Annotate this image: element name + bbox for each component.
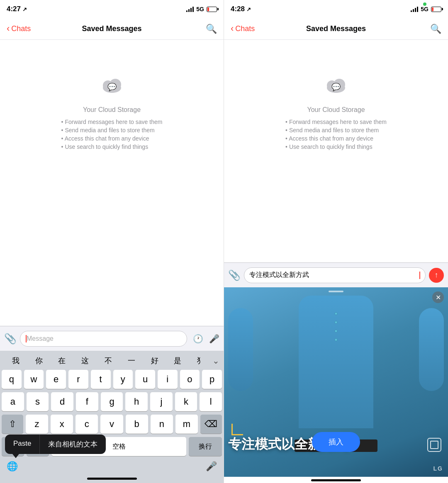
right-ocr-close-button[interactable]: ✕	[432, 291, 444, 303]
left-status-right: 5G	[186, 6, 217, 12]
context-menu-camera-text[interactable]: 来自相机的文本	[40, 434, 106, 454]
key-s[interactable]: s	[27, 392, 49, 411]
left-clock-icon[interactable]: 🕐	[193, 334, 203, 344]
right-5g-label: 5G	[421, 6, 429, 12]
left-home-bar	[87, 478, 137, 480]
right-scan-icon-inner	[430, 441, 438, 449]
left-keyboard-mic-icon[interactable]: 🎤	[206, 461, 217, 472]
key-p[interactable]: p	[202, 370, 222, 389]
right-cloud-icon-wrap: 💬	[324, 73, 348, 100]
key-return[interactable]: 换行	[189, 437, 222, 456]
key-t[interactable]: t	[91, 370, 111, 389]
right-nav-bar: ‹ Chats Saved Messages 🔍	[224, 18, 448, 40]
left-mic-icon[interactable]: 🎤	[209, 334, 219, 344]
right-home-bar	[311, 479, 361, 481]
left-bullet-4: Use search to quickly find things	[61, 143, 163, 150]
right-input-cursor	[419, 272, 420, 279]
key-o[interactable]: o	[180, 370, 200, 389]
key-shift[interactable]: ⇧	[2, 415, 23, 434]
key-z[interactable]: z	[26, 415, 48, 434]
key-v[interactable]: v	[100, 415, 123, 434]
key-l[interactable]: l	[200, 392, 222, 411]
left-back-button[interactable]: ‹ Chats	[7, 24, 31, 33]
key-b[interactable]: b	[126, 415, 148, 434]
left-location-arrow: ↗	[22, 6, 27, 12]
left-zh-8[interactable]: 犭	[189, 354, 212, 367]
left-back-label: Chats	[11, 24, 31, 33]
key-j[interactable]: j	[150, 392, 173, 411]
right-status-bar: 4:28 ↗ 5G	[224, 0, 448, 18]
right-signal-bars	[411, 6, 418, 12]
left-bullet-2: Send media and files to store them	[61, 127, 163, 133]
key-y[interactable]: y	[113, 370, 133, 389]
key-q[interactable]: q	[2, 370, 22, 389]
key-n[interactable]: n	[151, 415, 173, 434]
left-message-bar: 📎 Message 🕐 🎤	[0, 326, 224, 351]
right-lg-logo: LG	[433, 465, 443, 472]
right-send-button[interactable]: ↑	[429, 268, 444, 283]
left-zh-7[interactable]: 是	[166, 354, 189, 367]
left-5g-label: 5G	[196, 6, 204, 12]
left-zh-0[interactable]: 我	[4, 354, 27, 367]
key-k[interactable]: k	[175, 392, 197, 411]
svg-text:💬: 💬	[107, 83, 117, 92]
svg-text:💬: 💬	[331, 83, 341, 92]
key-e[interactable]: e	[46, 370, 66, 389]
left-zh-6[interactable]: 好	[143, 354, 166, 367]
left-zh-2[interactable]: 在	[51, 354, 74, 367]
left-context-menu: Paste 来自相机的文本	[5, 434, 106, 454]
key-m[interactable]: m	[175, 415, 198, 434]
right-status-right: 5G	[411, 6, 441, 12]
left-keyboard-globe-icon[interactable]: 🌐	[7, 461, 18, 472]
right-message-bar: 📎 专注模式以全新方武 ↑	[224, 262, 448, 287]
key-r[interactable]: r	[68, 370, 88, 389]
key-f[interactable]: f	[76, 392, 98, 411]
key-u[interactable]: u	[135, 370, 155, 389]
key-w[interactable]: w	[24, 370, 44, 389]
right-cloud-title: Your Cloud Storage	[307, 106, 365, 114]
right-message-input-wrap[interactable]: 专注模式以全新方武	[244, 267, 426, 283]
right-nav-title: Saved Messages	[306, 24, 366, 33]
right-panel: 4:28 ↗ 5G ‹ Chats Saved Messages 🔍	[224, 0, 448, 483]
right-ocr-area: 专注模式以全新方式 ✕ 插入 LG	[224, 287, 448, 477]
left-time-text: 4:27	[7, 5, 21, 13]
right-battery	[431, 7, 441, 12]
right-search-icon[interactable]: 🔍	[430, 24, 441, 34]
left-key-row-2: a s d f g h j k l	[2, 392, 222, 411]
left-nav-bar: ‹ Chats Saved Messages 🔍	[0, 18, 224, 40]
right-time: 4:28 ↗	[231, 5, 251, 13]
key-x[interactable]: x	[51, 415, 73, 434]
right-back-button[interactable]: ‹ Chats	[231, 24, 255, 33]
left-message-input-wrap[interactable]: Message	[20, 331, 187, 347]
context-menu-paste[interactable]: Paste	[5, 434, 40, 454]
right-scan-icon[interactable]	[427, 438, 441, 452]
left-zh-4[interactable]: 不	[97, 354, 120, 367]
right-home-indicator	[224, 477, 448, 483]
right-location-arrow: ↗	[246, 6, 251, 12]
key-i[interactable]: i	[158, 370, 178, 389]
left-zh-chevron-icon[interactable]: ⌄	[212, 356, 219, 366]
left-zh-5[interactable]: 一	[120, 354, 143, 367]
key-backspace[interactable]: ⌫	[200, 415, 222, 434]
left-zh-3[interactable]: 这	[73, 354, 97, 367]
left-chinese-row: 我 你 在 这 不 一 好 是 犭 ⌄	[2, 354, 222, 370]
left-search-icon[interactable]: 🔍	[206, 24, 217, 34]
right-attach-icon[interactable]: 📎	[228, 269, 241, 281]
key-a[interactable]: a	[2, 392, 24, 411]
right-bullet-4: Use search to quickly find things	[285, 143, 387, 150]
left-time: 4:27 ↗	[7, 5, 27, 13]
left-zh-1[interactable]: 你	[27, 354, 51, 367]
key-c[interactable]: c	[75, 415, 98, 434]
right-insert-button[interactable]: 插入	[312, 432, 360, 452]
left-bullet-3: Access this chat from any device	[61, 135, 163, 142]
left-cloud-title: Your Cloud Storage	[83, 106, 141, 114]
key-d[interactable]: d	[51, 392, 73, 411]
key-g[interactable]: g	[101, 392, 123, 411]
right-ocr-handle[interactable]	[329, 291, 343, 292]
context-menu-arrow	[12, 454, 19, 458]
key-h[interactable]: h	[125, 392, 148, 411]
right-green-dot	[423, 2, 426, 6]
right-battery-fill	[432, 7, 433, 11]
left-attach-icon[interactable]: 📎	[4, 333, 17, 345]
right-bullet-3: Access this chat from any device	[285, 135, 387, 142]
